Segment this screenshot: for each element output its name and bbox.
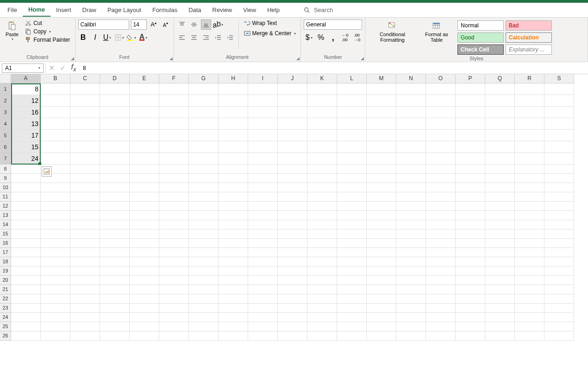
cell[interactable] xyxy=(426,107,456,118)
cell[interactable] xyxy=(426,285,456,294)
align-center-button[interactable] xyxy=(189,32,199,43)
cell[interactable] xyxy=(219,294,248,304)
cell[interactable] xyxy=(100,118,130,130)
cell[interactable] xyxy=(159,141,189,153)
cell[interactable] xyxy=(426,165,456,174)
cell[interactable] xyxy=(456,202,485,211)
cell[interactable] xyxy=(337,95,367,107)
cell[interactable] xyxy=(367,130,396,141)
cell[interactable] xyxy=(130,285,159,294)
cell[interactable] xyxy=(41,257,70,266)
cell[interactable] xyxy=(100,183,130,192)
cell[interactable] xyxy=(100,248,130,257)
cell[interactable] xyxy=(11,183,41,192)
cell[interactable] xyxy=(367,313,396,322)
cell[interactable] xyxy=(159,229,189,239)
cell[interactable] xyxy=(41,322,70,331)
cell[interactable] xyxy=(544,118,574,130)
font-color-button[interactable]: A▾ xyxy=(138,32,149,43)
cell[interactable]: 8 xyxy=(11,83,41,95)
row-header[interactable]: 13 xyxy=(0,211,11,220)
cell[interactable] xyxy=(159,266,189,276)
cell[interactable] xyxy=(278,107,307,118)
cell[interactable] xyxy=(544,165,574,174)
cell[interactable] xyxy=(307,257,337,266)
cell[interactable]: 13 xyxy=(11,118,41,130)
cell[interactable] xyxy=(544,331,574,341)
cell[interactable] xyxy=(248,257,278,266)
cell[interactable] xyxy=(426,192,456,202)
row-header[interactable]: 16 xyxy=(0,239,11,248)
column-header[interactable]: S xyxy=(544,74,574,83)
cell[interactable] xyxy=(396,248,426,257)
cell[interactable] xyxy=(307,141,337,153)
column-header[interactable]: B xyxy=(41,74,70,83)
row-header[interactable]: 10 xyxy=(0,183,11,192)
row-header[interactable]: 1 xyxy=(0,83,11,95)
column-header[interactable]: R xyxy=(515,74,544,83)
number-launcher[interactable]: ◢ xyxy=(361,56,364,61)
cell[interactable] xyxy=(248,174,278,183)
cell[interactable] xyxy=(219,153,248,165)
cell[interactable] xyxy=(456,153,485,165)
column-header[interactable]: E xyxy=(130,74,159,83)
decrease-decimal-button[interactable]: .00→0 xyxy=(352,32,362,43)
cell[interactable] xyxy=(337,83,367,95)
column-header[interactable]: C xyxy=(70,74,100,83)
cell[interactable] xyxy=(70,220,100,229)
cell[interactable] xyxy=(367,192,396,202)
cell[interactable] xyxy=(100,130,130,141)
cell[interactable] xyxy=(337,239,367,248)
cell[interactable] xyxy=(337,313,367,322)
cell[interactable] xyxy=(130,304,159,313)
cell[interactable] xyxy=(544,130,574,141)
cell[interactable] xyxy=(130,202,159,211)
cell[interactable] xyxy=(41,130,70,141)
cell[interactable] xyxy=(159,239,189,248)
column-header[interactable]: G xyxy=(189,74,219,83)
cell[interactable] xyxy=(515,239,544,248)
cell[interactable] xyxy=(100,266,130,276)
cell[interactable] xyxy=(515,257,544,266)
cell[interactable] xyxy=(396,95,426,107)
cell[interactable] xyxy=(130,165,159,174)
cell[interactable] xyxy=(515,83,544,95)
tab-view[interactable]: View xyxy=(238,4,262,16)
bold-button[interactable]: B xyxy=(78,32,88,43)
wrap-text-button[interactable]: ab Wrap Text xyxy=(242,19,298,27)
cell[interactable] xyxy=(337,229,367,239)
row-header[interactable]: 9 xyxy=(0,174,11,183)
cell[interactable] xyxy=(159,202,189,211)
cell[interactable] xyxy=(219,202,248,211)
cell[interactable] xyxy=(337,202,367,211)
cell[interactable] xyxy=(396,276,426,285)
cell[interactable] xyxy=(396,211,426,220)
cell[interactable] xyxy=(219,95,248,107)
cell[interactable] xyxy=(189,183,219,192)
cell[interactable] xyxy=(396,220,426,229)
cell[interactable] xyxy=(100,294,130,304)
cell[interactable] xyxy=(70,239,100,248)
cell[interactable] xyxy=(159,95,189,107)
increase-indent-button[interactable] xyxy=(225,32,235,43)
cell[interactable] xyxy=(11,276,41,285)
cell[interactable] xyxy=(367,257,396,266)
cell[interactable] xyxy=(189,130,219,141)
cell[interactable] xyxy=(248,130,278,141)
cell[interactable] xyxy=(159,276,189,285)
cell[interactable] xyxy=(100,276,130,285)
cell[interactable] xyxy=(41,313,70,322)
cell[interactable] xyxy=(485,192,515,202)
cell[interactable] xyxy=(189,174,219,183)
cell[interactable] xyxy=(367,107,396,118)
cell[interactable] xyxy=(41,276,70,285)
cell[interactable] xyxy=(515,153,544,165)
cell[interactable] xyxy=(278,220,307,229)
cell[interactable] xyxy=(278,304,307,313)
cell[interactable] xyxy=(100,192,130,202)
cell[interactable] xyxy=(100,220,130,229)
cell[interactable] xyxy=(307,202,337,211)
tab-data[interactable]: Data xyxy=(183,4,206,16)
cell[interactable] xyxy=(485,153,515,165)
cell[interactable] xyxy=(515,165,544,174)
